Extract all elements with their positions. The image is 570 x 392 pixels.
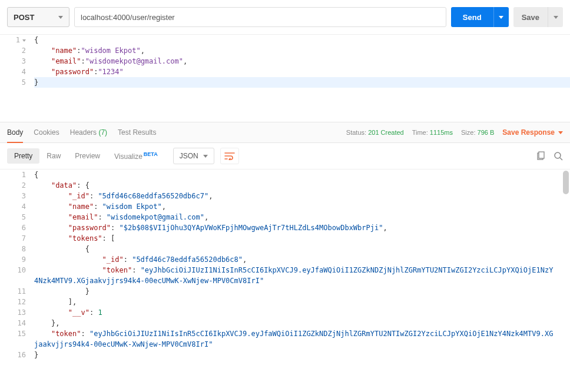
view-tab-pretty[interactable]: Pretty bbox=[7, 148, 39, 164]
scrollbar[interactable] bbox=[563, 171, 569, 194]
headers-count: (7) bbox=[98, 128, 107, 137]
save-button[interactable]: Save bbox=[513, 7, 548, 27]
time-label: Time: 1115ms bbox=[412, 129, 453, 136]
line-wrap-icon bbox=[224, 152, 235, 160]
view-tab-visualize[interactable]: VisualizeBETA bbox=[107, 148, 165, 164]
request-url-input[interactable] bbox=[74, 7, 446, 27]
tab-body[interactable]: Body bbox=[7, 128, 23, 137]
visualize-label: Visualize bbox=[114, 152, 142, 161]
search-icon[interactable] bbox=[554, 151, 563, 161]
copy-icon[interactable] bbox=[536, 151, 545, 161]
response-body-viewer[interactable]: 12345678910111213141516 { "data": { "_id… bbox=[0, 170, 570, 365]
chevron-down-icon bbox=[499, 16, 503, 19]
send-button[interactable]: Send bbox=[451, 7, 493, 27]
line-wrap-button[interactable] bbox=[220, 148, 239, 164]
size-label: Size: 796 B bbox=[461, 129, 494, 136]
status-label: Status: 201 Created bbox=[346, 129, 404, 136]
save-response-button[interactable]: Save Response bbox=[502, 128, 563, 137]
chevron-down-icon bbox=[558, 131, 563, 134]
chevron-down-icon bbox=[58, 16, 63, 19]
beta-badge: BETA bbox=[144, 151, 158, 157]
svg-point-2 bbox=[555, 152, 561, 158]
save-dropdown-button[interactable] bbox=[548, 7, 563, 27]
chevron-down-icon bbox=[554, 16, 558, 19]
http-method-select[interactable]: POST bbox=[7, 7, 69, 27]
response-format-select[interactable]: JSON bbox=[173, 148, 214, 164]
svg-line-3 bbox=[560, 158, 562, 160]
chevron-down-icon bbox=[203, 155, 208, 158]
tab-headers-label: Headers bbox=[70, 128, 97, 137]
save-response-label: Save Response bbox=[502, 128, 555, 137]
format-label: JSON bbox=[180, 152, 198, 160]
tab-test-results[interactable]: Test Results bbox=[118, 128, 156, 137]
tab-headers[interactable]: Headers (7) bbox=[70, 128, 107, 137]
status-value: 201 Created bbox=[368, 129, 404, 136]
svg-rect-1 bbox=[539, 152, 544, 158]
size-value: 796 B bbox=[478, 129, 495, 136]
http-method-label: POST bbox=[14, 13, 34, 22]
view-tab-raw[interactable]: Raw bbox=[39, 148, 68, 164]
send-dropdown-button[interactable] bbox=[493, 7, 509, 27]
view-tab-preview[interactable]: Preview bbox=[68, 148, 107, 164]
time-value: 1115ms bbox=[430, 129, 453, 136]
tab-cookies[interactable]: Cookies bbox=[34, 128, 59, 137]
request-body-editor[interactable]: 12345 { "name":"wisdom Ekpot", "email":"… bbox=[0, 34, 570, 122]
